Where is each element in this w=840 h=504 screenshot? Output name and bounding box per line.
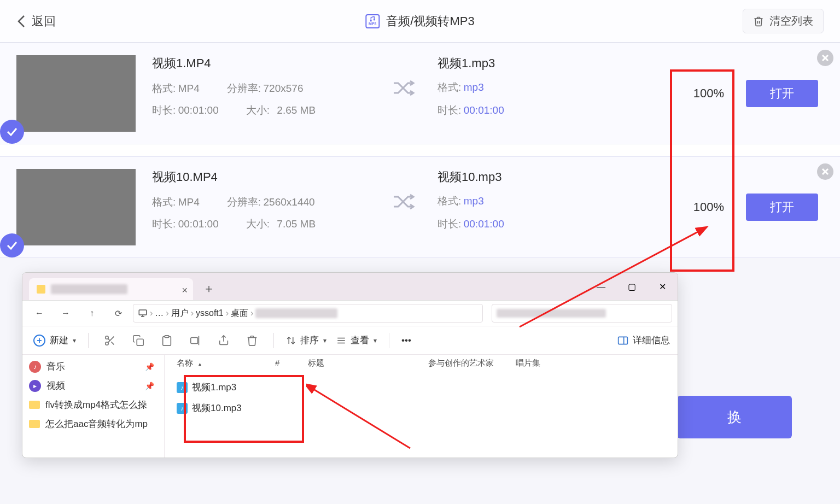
nav-back-button[interactable]: ← [28, 304, 51, 323]
arrow-icon-wrap [393, 55, 416, 132]
folder-icon [37, 285, 45, 294]
plus-circle-icon: + [33, 335, 45, 347]
arrow-icon-wrap [393, 169, 416, 245]
source-info: 视频10.MP4 格式: MP4 分辨率: 2560x1440 时长: 00:0… [152, 169, 376, 239]
audio-file-icon: ♪ [177, 403, 188, 414]
format-field: 格式: MP4 [152, 81, 200, 96]
source-filename: 视频1.MP4 [152, 55, 376, 72]
video-thumbnail [16, 169, 136, 245]
crumb-desktop[interactable]: 桌面 [231, 308, 248, 319]
svg-line-12 [111, 342, 114, 344]
view-button[interactable]: 查看▾ [333, 334, 380, 347]
svg-rect-24 [619, 337, 628, 344]
file-row[interactable]: ♪ 视频10.mp3 [177, 402, 242, 414]
cut-button[interactable] [97, 330, 122, 351]
close-window-button[interactable]: ✕ [647, 273, 678, 300]
duration-field: 时长: 00:01:00 [152, 217, 219, 231]
music-icon: ♪ [29, 361, 41, 373]
back-button[interactable]: 返回 [16, 13, 56, 30]
svg-point-10 [106, 342, 109, 345]
shuffle-icon [393, 79, 416, 97]
pin-icon: 📌 [145, 362, 154, 371]
monitor-icon [138, 308, 148, 318]
sort-button[interactable]: 排序▾ [283, 334, 330, 347]
conversion-card: 视频1.MP4 格式: MP4 分辨率: 720x576 时长: 00:01:0… [0, 43, 840, 144]
file-name: 视频10.mp3 [192, 402, 242, 414]
explorer-search[interactable] [492, 304, 672, 323]
page-title-text: 音频/视频转MP3 [386, 13, 474, 30]
resolution-field: 分辨率: 2560x1440 [227, 195, 315, 209]
output-duration-field: 时长: 00:01:00 [438, 217, 504, 231]
folder-icon [29, 420, 40, 428]
nav-up-button[interactable]: ↑ [80, 304, 103, 323]
svg-point-1 [374, 19, 375, 21]
tab-title-blurred [51, 284, 127, 294]
rename-button[interactable] [183, 330, 208, 351]
copy-button[interactable] [126, 330, 151, 351]
resolution-field: 分辨率: 720x576 [227, 81, 304, 96]
format-field: 格式: MP4 [152, 195, 200, 209]
paste-button[interactable] [154, 330, 179, 351]
nav-forward-button[interactable]: → [54, 304, 77, 323]
view-icon [336, 336, 346, 345]
details-panel-button[interactable]: 详细信息 [617, 334, 670, 347]
sidebar-item-folder[interactable]: 怎么把aac音频转化为mp [29, 418, 158, 430]
crumb-users[interactable]: 用户 [171, 308, 189, 319]
convert-button[interactable]: 换 [677, 396, 792, 438]
svg-point-9 [106, 336, 109, 339]
details-icon [617, 336, 628, 345]
output-duration-field: 时长: 00:01:00 [438, 103, 504, 118]
back-label: 返回 [32, 13, 56, 30]
clear-label: 清空列表 [769, 14, 813, 28]
column-headers[interactable]: 名称▴ # 标题 参与创作的艺术家 唱片集 [177, 358, 672, 368]
explorer-tab[interactable]: × [29, 278, 193, 300]
source-filename: 视频10.MP4 [152, 169, 376, 185]
explorer-tabstrip: × ＋ — ▢ ✕ [22, 273, 678, 300]
remove-button[interactable] [817, 163, 833, 180]
share-button[interactable] [211, 330, 236, 351]
mp3-icon: MP3 [365, 14, 380, 28]
sidebar-item-video[interactable]: ▸视频📌 [29, 379, 158, 392]
tab-close-button[interactable]: × [182, 285, 188, 296]
card-actions: 100% 打开 [693, 55, 818, 132]
nav-refresh-button[interactable]: ⟳ [107, 304, 130, 323]
breadcrumb[interactable]: ›… ›用户 ›yssoft1 ›桌面 › [133, 304, 483, 323]
explorer-file-pane: 名称▴ # 标题 参与创作的艺术家 唱片集 ♪ 视频1.mp3 ♪ 视频10.m… [165, 355, 678, 458]
more-button[interactable]: ••• [398, 335, 415, 346]
video-icon: ▸ [29, 380, 41, 392]
top-bar: 返回 MP3 音频/视频转MP3 清空列表 [0, 0, 840, 43]
open-button[interactable]: 打开 [746, 80, 818, 107]
video-thumbnail [16, 55, 136, 132]
window-controls: — ▢ ✕ [586, 273, 678, 300]
new-button[interactable]: + 新建 ▾ [30, 332, 79, 349]
progress-percent: 100% [693, 86, 724, 101]
folder-icon [29, 401, 40, 409]
minimize-button[interactable]: — [586, 273, 616, 300]
output-format-field: 格式: mp3 [438, 194, 504, 208]
explorer-body: ♪音乐📌 ▸视频📌 flv转换成mp4格式怎么操 怎么把aac音频转化为mp 名… [22, 355, 678, 458]
sidebar-item-music[interactable]: ♪音乐📌 [29, 360, 158, 373]
file-row[interactable]: ♪ 视频1.mp3 [177, 381, 236, 394]
audio-file-icon: ♪ [177, 382, 188, 393]
delete-button[interactable] [240, 330, 265, 351]
open-button[interactable]: 打开 [746, 194, 818, 221]
sort-icon [286, 336, 296, 345]
crumb-account[interactable]: yssoft1 [196, 308, 224, 318]
svg-rect-6 [139, 310, 147, 315]
conversion-list: 视频1.MP4 格式: MP4 分辨率: 720x576 时长: 00:01:0… [0, 43, 840, 258]
remove-button[interactable] [817, 50, 833, 66]
pin-icon: 📌 [145, 382, 154, 390]
svg-rect-16 [191, 337, 198, 343]
sidebar-item-folder[interactable]: flv转换成mp4格式怎么操 [29, 398, 158, 411]
maximize-button[interactable]: ▢ [616, 273, 647, 300]
output-filename: 视频10.mp3 [438, 169, 504, 185]
chevron-left-icon [16, 14, 26, 29]
clear-list-button[interactable]: 清空列表 [743, 9, 824, 33]
progress-percent: 100% [693, 200, 724, 214]
svg-rect-14 [137, 339, 143, 345]
new-tab-button[interactable]: ＋ [203, 280, 215, 300]
crumb-blurred [255, 308, 337, 318]
output-info: 视频10.mp3 格式: mp3 时长: 00:01:00 [438, 169, 504, 240]
source-info: 视频1.MP4 格式: MP4 分辨率: 720x576 时长: 00:01:0… [152, 55, 376, 125]
page-title: MP3 音频/视频转MP3 [365, 13, 474, 30]
